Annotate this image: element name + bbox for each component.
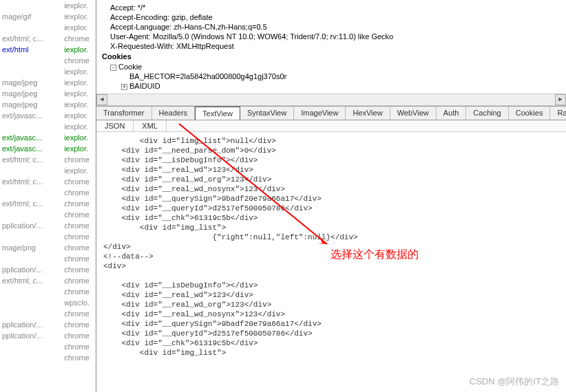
content-type-cell: ext/html; c... bbox=[0, 198, 62, 209]
tab-imageview[interactable]: ImageView bbox=[294, 107, 346, 120]
watermark: CSDN @阿伟的IT之路 bbox=[470, 375, 559, 388]
process-cell: chrome bbox=[62, 220, 96, 231]
session-row[interactable]: iexplor. bbox=[0, 165, 96, 176]
content-type-cell: ext/html; c... bbox=[0, 275, 62, 286]
session-row[interactable]: ext/html; c...chrome bbox=[0, 176, 96, 187]
session-row[interactable]: chrome bbox=[0, 341, 96, 352]
process-cell: iexplor. bbox=[62, 0, 96, 11]
inspector-panel: Accept: */* Accept-Encoding: gzip, defla… bbox=[96, 0, 566, 392]
session-row[interactable]: ext/htmliexplor. bbox=[0, 44, 96, 55]
process-cell: chrome bbox=[62, 55, 96, 66]
header-x-requested-with: X-Requested-With: XMLHttpRequest bbox=[102, 41, 560, 51]
session-row[interactable]: mage/jpegiexplor. bbox=[0, 88, 96, 99]
tree-toggle-icon[interactable]: - bbox=[110, 65, 116, 71]
process-cell: chrome bbox=[62, 352, 96, 363]
session-row[interactable]: iexplor. bbox=[0, 22, 96, 33]
content-type-cell bbox=[0, 121, 62, 132]
content-type-cell bbox=[0, 341, 62, 352]
horizontal-scrollbar[interactable]: ◄ ► bbox=[96, 94, 566, 106]
session-table: iexplor.mage/gifiexplor.iexplor.ext/html… bbox=[0, 0, 96, 363]
content-type-cell: ext/javasc... bbox=[0, 110, 62, 121]
header-accept-language: Accept-Language: zh-Hans-CN,zh-Hans;q=0.… bbox=[102, 22, 560, 32]
cookie-root[interactable]: -Cookie bbox=[102, 62, 560, 72]
process-cell: iexplor. bbox=[62, 88, 96, 99]
content-type-cell bbox=[0, 231, 62, 242]
cookies-section-label: Cookies bbox=[102, 51, 560, 62]
scroll-left-button[interactable]: ◄ bbox=[96, 94, 107, 105]
session-row[interactable]: ext/html; c...chrome bbox=[0, 198, 96, 209]
session-row[interactable]: iexplor. bbox=[0, 66, 96, 77]
request-headers-pane: Accept: */* Accept-Encoding: gzip, defla… bbox=[96, 0, 566, 94]
tab-cookies[interactable]: Cookies bbox=[509, 107, 551, 120]
session-row[interactable]: ext/html; c...chrome bbox=[0, 154, 96, 165]
process-cell: chrome bbox=[62, 253, 96, 264]
process-cell: chrome bbox=[62, 209, 96, 220]
session-row[interactable]: ext/html; c...chrome bbox=[0, 33, 96, 44]
content-type-cell bbox=[0, 165, 62, 176]
response-body-textview[interactable]: <div id="limg_list">null</div> <div id="… bbox=[96, 132, 566, 392]
content-type-cell bbox=[0, 286, 62, 297]
tab-caching[interactable]: Caching bbox=[466, 107, 508, 120]
session-row[interactable]: ext/javasc...iexplor. bbox=[0, 132, 96, 143]
process-cell: chrome bbox=[62, 341, 96, 352]
content-type-cell bbox=[0, 352, 62, 363]
session-row[interactable]: wpsclo. bbox=[0, 297, 96, 308]
process-cell: chrome bbox=[62, 198, 96, 209]
session-row[interactable]: chrome bbox=[0, 231, 96, 242]
session-row[interactable]: chrome bbox=[0, 253, 96, 264]
session-row[interactable]: iexplor. bbox=[0, 0, 96, 11]
session-list-panel[interactable]: iexplor.mage/gifiexplor.iexplor.ext/html… bbox=[0, 0, 96, 392]
session-row[interactable]: iexplor. bbox=[0, 121, 96, 132]
session-row[interactable]: chrome bbox=[0, 209, 96, 220]
tab-transformer[interactable]: Transformer bbox=[96, 107, 152, 120]
session-row[interactable]: ext/html; c...chrome bbox=[0, 275, 96, 286]
session-row[interactable]: mage/gifiexplor. bbox=[0, 11, 96, 22]
content-type-cell: mage/jpeg bbox=[0, 99, 62, 110]
session-row[interactable]: chrome bbox=[0, 286, 96, 297]
tab-syntaxview[interactable]: SyntaxView bbox=[240, 107, 294, 120]
scroll-track[interactable] bbox=[107, 94, 555, 105]
process-cell: iexplor. bbox=[62, 110, 96, 121]
process-cell: chrome bbox=[62, 330, 96, 341]
scroll-right-button[interactable]: ► bbox=[555, 94, 566, 105]
session-row[interactable]: chrome bbox=[0, 55, 96, 66]
tab-webview[interactable]: WebView bbox=[390, 107, 437, 120]
process-cell: chrome bbox=[62, 187, 96, 198]
session-row[interactable]: chrome bbox=[0, 352, 96, 363]
tab-hexview[interactable]: HexView bbox=[346, 107, 390, 120]
content-type-cell: pplication/... bbox=[0, 264, 62, 275]
cookie-baiduid[interactable]: +BAIDUID bbox=[102, 81, 560, 91]
process-cell: iexplor. bbox=[62, 99, 96, 110]
session-row[interactable]: chrome bbox=[0, 308, 96, 319]
session-row[interactable]: pplication/...chrome bbox=[0, 220, 96, 231]
session-row[interactable]: ext/javasc...iexplor. bbox=[0, 143, 96, 154]
tab-headers[interactable]: Headers bbox=[152, 107, 196, 120]
process-cell: iexplor. bbox=[62, 66, 96, 77]
tab-raw[interactable]: Raw bbox=[550, 107, 566, 120]
session-row[interactable]: chrome bbox=[0, 187, 96, 198]
content-type-cell: ext/html bbox=[0, 44, 62, 55]
process-cell: chrome bbox=[62, 319, 96, 330]
process-cell: chrome bbox=[62, 176, 96, 187]
process-cell: wpsclo. bbox=[62, 297, 96, 308]
content-type-cell bbox=[0, 253, 62, 264]
session-row[interactable]: mage/jpegiexplor. bbox=[0, 99, 96, 110]
process-cell: chrome bbox=[62, 275, 96, 286]
session-row[interactable]: mage/pngchrome bbox=[0, 242, 96, 253]
process-cell: chrome bbox=[62, 264, 96, 275]
process-cell: chrome bbox=[62, 33, 96, 44]
session-row[interactable]: mage/jpegiexplor. bbox=[0, 77, 96, 88]
tree-toggle-icon[interactable]: + bbox=[121, 84, 127, 90]
session-row[interactable]: ext/javasc...iexplor. bbox=[0, 110, 96, 121]
content-type-cell: ext/javasc... bbox=[0, 143, 62, 154]
sub-tab-xml[interactable]: XML bbox=[134, 120, 167, 131]
content-type-cell bbox=[0, 0, 62, 11]
process-cell: iexplor. bbox=[62, 143, 96, 154]
session-row[interactable]: pplication/...chrome bbox=[0, 319, 96, 330]
process-cell: chrome bbox=[62, 308, 96, 319]
tab-auth[interactable]: Auth bbox=[437, 107, 467, 120]
sub-tab-json[interactable]: JSON bbox=[96, 120, 134, 131]
session-row[interactable]: pplication/...chrome bbox=[0, 330, 96, 341]
session-row[interactable]: pplication/...chrome bbox=[0, 264, 96, 275]
tab-textview[interactable]: TextView bbox=[195, 107, 240, 120]
